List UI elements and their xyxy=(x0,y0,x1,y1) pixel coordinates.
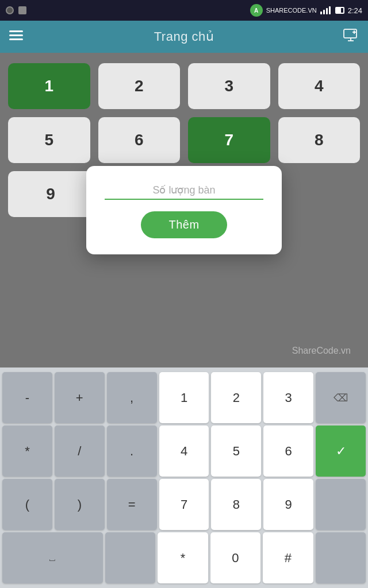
kb-row-2: * / . 4 5 6 ✓ xyxy=(2,425,366,477)
circle-icon xyxy=(6,6,14,14)
kb-1[interactable]: 1 xyxy=(159,372,209,423)
signal-icon xyxy=(320,6,331,14)
kb-backspace[interactable]: ⌫ xyxy=(316,372,366,423)
kb-equals[interactable]: = xyxy=(107,479,157,530)
status-right: A SHARECODE.VN 2:24 xyxy=(250,4,362,17)
status-left xyxy=(6,6,26,14)
kb-4[interactable]: 4 xyxy=(159,425,209,477)
kb-row-1: - + , 1 2 3 ⌫ xyxy=(2,372,366,423)
svg-rect-2 xyxy=(9,38,23,40)
svg-rect-1 xyxy=(9,34,23,36)
kb-plus[interactable]: + xyxy=(55,372,105,423)
svg-rect-0 xyxy=(9,30,23,32)
battery-icon xyxy=(18,6,26,14)
add-table-dialog: Thêm xyxy=(86,166,282,254)
kb-2[interactable]: 2 xyxy=(211,372,261,423)
status-domain: SHARECODE.VN xyxy=(266,7,317,14)
kb-row-3: ( ) = 7 8 9 xyxy=(2,479,366,530)
kb-dot[interactable]: . xyxy=(107,425,157,477)
clock: 2:24 xyxy=(348,6,362,15)
kb-0[interactable]: 0 xyxy=(210,532,260,583)
kb-enter[interactable]: ✓ xyxy=(316,425,366,477)
dialog-overlay: Thêm xyxy=(0,53,368,368)
kb-divide[interactable]: / xyxy=(55,425,105,477)
add-screen-icon[interactable] xyxy=(343,28,359,45)
table-count-input[interactable] xyxy=(105,182,263,200)
kb-placeholder-3 xyxy=(316,532,366,583)
kb-8[interactable]: 8 xyxy=(211,479,261,530)
hamburger-icon[interactable] xyxy=(9,29,23,44)
kb-rparen[interactable]: ) xyxy=(55,479,105,530)
kb-comma[interactable]: , xyxy=(107,372,157,423)
status-bar: A SHARECODE.VN 2:24 xyxy=(0,0,368,21)
kb-minus[interactable]: - xyxy=(2,372,52,423)
page-title: Trang chủ xyxy=(154,29,214,44)
app-logo: A xyxy=(250,4,263,17)
app-bar: Trang chủ xyxy=(0,21,368,53)
kb-lparen[interactable]: ( xyxy=(2,479,52,530)
kb-placeholder-2 xyxy=(105,532,155,583)
kb-5[interactable]: 5 xyxy=(211,425,261,477)
battery-status-icon xyxy=(335,7,344,14)
kb-star[interactable]: * xyxy=(158,532,208,583)
kb-7[interactable]: 7 xyxy=(159,479,209,530)
kb-9[interactable]: 9 xyxy=(263,479,313,530)
kb-row-4: ⎵ * 0 # xyxy=(2,532,366,583)
kb-space[interactable]: ⎵ xyxy=(2,532,103,583)
kb-placeholder-1 xyxy=(316,479,366,530)
kb-3[interactable]: 3 xyxy=(263,372,313,423)
kb-6[interactable]: 6 xyxy=(263,425,313,477)
kb-multiply[interactable]: * xyxy=(2,425,52,477)
kb-hash[interactable]: # xyxy=(263,532,313,583)
keyboard-area: - + , 1 2 3 ⌫ * / . 4 5 6 ✓ ( ) = 7 8 9 … xyxy=(0,368,368,588)
them-button[interactable]: Thêm xyxy=(141,211,227,238)
